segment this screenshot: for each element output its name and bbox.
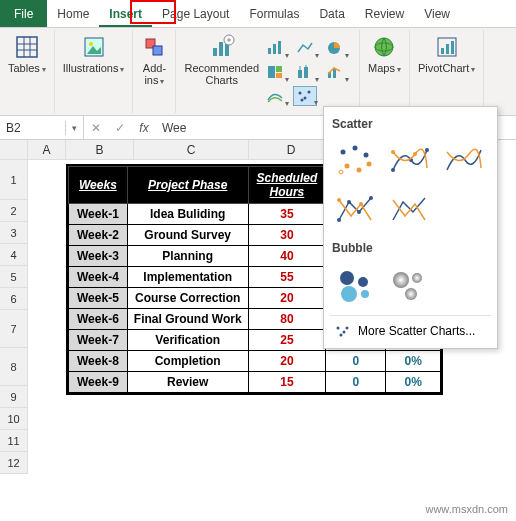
col-D[interactable]: D (249, 140, 334, 160)
th-weeks[interactable]: Weeks (69, 167, 128, 204)
svg-point-41 (357, 168, 362, 173)
tab-formulas[interactable]: Formulas (239, 0, 309, 27)
svg-rect-9 (213, 48, 217, 56)
tables-button[interactable]: Tables (8, 34, 46, 74)
col-A[interactable]: A (28, 140, 66, 160)
recommended-charts-button[interactable]: Recommended Charts (184, 34, 259, 86)
tab-data[interactable]: Data (309, 0, 354, 27)
cell-phase[interactable]: Final Ground Work (127, 309, 248, 330)
select-all-corner[interactable] (0, 140, 28, 160)
cell-week[interactable]: Week-6 (69, 309, 128, 330)
col-B[interactable]: B (66, 140, 134, 160)
svg-point-51 (357, 210, 361, 214)
fx-button[interactable]: fx (132, 121, 156, 135)
cell-hours[interactable]: 15 (248, 372, 326, 393)
cell-hours[interactable]: 30 (248, 225, 326, 246)
svg-point-44 (391, 168, 395, 172)
pivotchart-button[interactable]: PivotChart (418, 34, 475, 74)
row-2[interactable]: 2 (0, 200, 28, 222)
row-4[interactable]: 4 (0, 244, 28, 266)
pie-chart-button[interactable] (323, 38, 347, 58)
scatter-option-smooth-markers[interactable] (384, 137, 434, 183)
scatter-option-straight-markers[interactable] (330, 187, 380, 233)
svg-point-53 (337, 198, 341, 202)
svg-point-65 (346, 327, 349, 330)
cell-week[interactable]: Week-1 (69, 204, 128, 225)
scatter-chart-button[interactable] (293, 86, 317, 106)
cell-week[interactable]: Week-8 (69, 351, 128, 372)
cell-week[interactable]: Week-4 (69, 267, 128, 288)
row-11[interactable]: 11 (0, 430, 28, 452)
cell-phase[interactable]: Review (127, 372, 248, 393)
name-box[interactable]: B2 (0, 121, 66, 135)
cell-week[interactable]: Week-9 (69, 372, 128, 393)
line-chart-button[interactable] (293, 38, 317, 58)
bubble-option-2d[interactable] (330, 261, 380, 307)
cell-week[interactable]: Week-7 (69, 330, 128, 351)
tab-home[interactable]: Home (47, 0, 99, 27)
svg-rect-13 (268, 48, 271, 54)
cell-week[interactable]: Week-5 (69, 288, 128, 309)
cell-hours[interactable]: 80 (248, 309, 326, 330)
name-box-dropdown[interactable]: ▾ (66, 116, 84, 139)
cell-pct[interactable]: 0% (386, 372, 441, 393)
row-12[interactable]: 12 (0, 452, 28, 474)
svg-rect-0 (17, 37, 37, 57)
svg-point-26 (299, 92, 302, 95)
addins-button[interactable]: Add- ins (141, 34, 167, 86)
surface-chart-button[interactable] (263, 86, 287, 106)
cell-phase[interactable]: Completion (127, 351, 248, 372)
cell-hours[interactable]: 25 (248, 330, 326, 351)
tab-insert[interactable]: Insert (99, 0, 152, 27)
cell-phase[interactable]: Verification (127, 330, 248, 351)
cell-hours[interactable]: 55 (248, 267, 326, 288)
row-9[interactable]: 9 (0, 386, 28, 408)
ribbon: Tables Illustrations Add- ins Recommende… (0, 28, 516, 116)
combo-chart-button[interactable] (323, 62, 347, 82)
column-chart-button[interactable] (263, 38, 287, 58)
row-8[interactable]: 8 (0, 348, 28, 386)
col-C[interactable]: C (134, 140, 249, 160)
file-tab[interactable]: File (0, 0, 47, 27)
cell-pct[interactable]: 0% (386, 351, 441, 372)
maps-button[interactable]: Maps (368, 34, 401, 74)
scatter-option-markers[interactable] (330, 137, 380, 183)
cell-week[interactable]: Week-3 (69, 246, 128, 267)
scatter-option-smooth[interactable] (438, 137, 488, 183)
cell-hours[interactable]: 35 (248, 204, 326, 225)
cell-hours[interactable]: 40 (248, 246, 326, 267)
cell-col2[interactable]: 0 (326, 372, 386, 393)
row-3[interactable]: 3 (0, 222, 28, 244)
group-illustrations: Illustrations (55, 30, 134, 113)
cell-phase[interactable]: Ground Survey (127, 225, 248, 246)
cell-phase[interactable]: Implementation (127, 267, 248, 288)
row-1[interactable]: 1 (0, 160, 28, 200)
scatter-option-straight[interactable] (384, 187, 434, 233)
bubble-option-3d[interactable] (384, 261, 434, 307)
cell-week[interactable]: Week-2 (69, 225, 128, 246)
cell-phase[interactable]: Planning (127, 246, 248, 267)
tab-review[interactable]: Review (355, 0, 414, 27)
more-scatter-charts[interactable]: More Scatter Charts... (330, 320, 491, 342)
group-tables: Tables (0, 30, 55, 113)
treemap-chart-button[interactable] (263, 62, 287, 82)
row-10[interactable]: 10 (0, 408, 28, 430)
row-7[interactable]: 7 (0, 310, 28, 348)
watermark: www.msxdn.com (425, 503, 508, 515)
tab-page-layout[interactable]: Page Layout (152, 0, 239, 27)
th-phase[interactable]: Project Phase (127, 167, 248, 204)
cell-hours[interactable]: 20 (248, 288, 326, 309)
svg-point-37 (341, 150, 346, 155)
cell-col2[interactable]: 0 (326, 351, 386, 372)
tab-view[interactable]: View (414, 0, 460, 27)
row-6[interactable]: 6 (0, 288, 28, 310)
th-hours[interactable]: Scheduled Hours (248, 167, 326, 204)
cell-phase[interactable]: Idea Buliding (127, 204, 248, 225)
statistic-chart-button[interactable] (293, 62, 317, 82)
enter-formula-button[interactable]: ✓ (108, 121, 132, 135)
cancel-formula-button[interactable]: ✕ (84, 121, 108, 135)
cell-phase[interactable]: Course Correction (127, 288, 248, 309)
illustrations-button[interactable]: Illustrations (63, 34, 125, 74)
cell-hours[interactable]: 20 (248, 351, 326, 372)
row-5[interactable]: 5 (0, 266, 28, 288)
